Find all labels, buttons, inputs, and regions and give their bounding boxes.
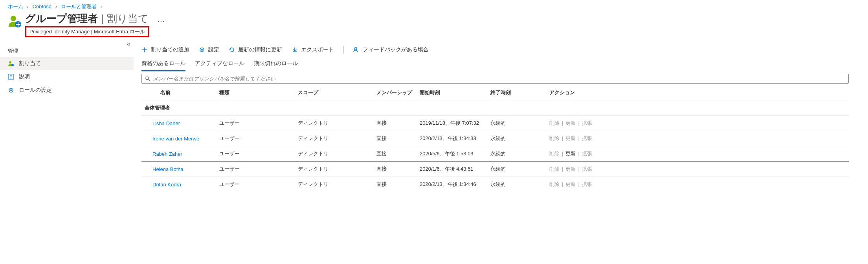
- col-type[interactable]: 種類: [216, 85, 295, 100]
- add-assignment-button[interactable]: 割り当ての追加: [141, 46, 189, 53]
- table-row[interactable]: Dritan Kodraユーザーディレクトリ直接2020/2/13、午後 1:3…: [141, 177, 849, 192]
- delete-action[interactable]: 削除: [549, 166, 560, 172]
- row-start: 2020/5/6、午後 1:53:03: [417, 146, 487, 162]
- tab-expired-roles[interactable]: 期限切れのロール: [254, 58, 298, 71]
- svg-line-14: [148, 79, 150, 80]
- update-action[interactable]: 更新: [565, 151, 576, 157]
- more-icon[interactable]: …: [157, 15, 165, 24]
- row-name-link[interactable]: Lisha Daher: [152, 120, 180, 126]
- row-scope: ディレクトリ: [295, 146, 373, 162]
- update-action[interactable]: 更新: [565, 181, 576, 187]
- search-input[interactable]: [153, 76, 845, 82]
- row-membership: 直接: [373, 162, 417, 177]
- group-row: 全体管理者: [141, 100, 849, 116]
- table-row[interactable]: Rabeh Zaherユーザーディレクトリ直接2020/5/6、午後 1:53:…: [141, 146, 849, 162]
- plus-icon: [141, 47, 148, 53]
- toolbar-label: フィードバックがある場合: [363, 46, 429, 53]
- table-row[interactable]: Irene van der Merweユーザーディレクトリ直接2020/2/13…: [141, 131, 849, 146]
- subtitle-highlight: Privileged Identity Manage | Microsoft E…: [25, 26, 149, 37]
- update-action[interactable]: 更新: [565, 166, 576, 172]
- collapse-sidebar-icon[interactable]: «: [127, 40, 130, 47]
- refresh-button[interactable]: 最新の情報に更新: [229, 46, 282, 53]
- svg-point-3: [11, 64, 14, 66]
- row-type: ユーザー: [216, 131, 295, 146]
- row-name-link[interactable]: Rabeh Zaher: [152, 151, 182, 157]
- row-actions: 削除|更新|拡張: [546, 131, 849, 146]
- col-start[interactable]: 開始時刻: [417, 85, 487, 100]
- row-type: ユーザー: [216, 177, 295, 192]
- row-start: 2020/2/13、午後 1:34:33: [417, 131, 487, 146]
- table-row[interactable]: Lisha Daherユーザーディレクトリ直接2019/11/18、午後 7:0…: [141, 116, 849, 131]
- row-actions: 削除|更新|拡張: [546, 162, 849, 177]
- main-content: 割り当ての追加 設定 最新の情報に更新 エクスポート フィードバックがある場合: [134, 40, 868, 192]
- sidebar-item-assignments[interactable]: 割り当て: [0, 57, 134, 70]
- toolbar-label: 割り当ての追加: [151, 46, 189, 53]
- row-actions: 削除|更新|拡張: [546, 177, 849, 192]
- delete-action[interactable]: 削除: [549, 181, 560, 187]
- row-type: ユーザー: [216, 116, 295, 131]
- row-scope: ディレクトリ: [295, 131, 373, 146]
- col-membership[interactable]: メンバーシップ: [373, 85, 417, 100]
- group-admin-icon: [8, 14, 22, 28]
- sidebar-section-label: 管理: [0, 45, 134, 57]
- search-icon: [145, 76, 150, 82]
- delete-action[interactable]: 削除: [549, 120, 560, 126]
- toolbar-label: 設定: [208, 46, 219, 53]
- row-type: ユーザー: [216, 146, 295, 162]
- breadcrumb-home[interactable]: ホーム: [8, 4, 23, 9]
- extend-action[interactable]: 拡張: [582, 166, 592, 172]
- table-row[interactable]: Helena Bothaユーザーディレクトリ直接2020/1/6、午後 4:43…: [141, 162, 849, 177]
- person-feedback-icon: [353, 47, 360, 53]
- chevron-right-icon: ›: [100, 4, 102, 9]
- extend-action[interactable]: 拡張: [582, 120, 592, 126]
- row-membership: 直接: [373, 116, 417, 131]
- tab-eligible-roles[interactable]: 資格のあるロール: [141, 58, 185, 71]
- gear-icon: [199, 47, 205, 53]
- row-end: 永続的: [487, 177, 546, 192]
- sidebar-item-label: 説明: [19, 73, 30, 80]
- update-action[interactable]: 更新: [565, 135, 576, 141]
- sidebar-item-role-settings[interactable]: ロールの設定: [0, 84, 134, 97]
- delete-action[interactable]: 削除: [549, 135, 560, 141]
- row-actions: 削除|更新|拡張: [546, 116, 849, 131]
- col-end[interactable]: 終了時刻: [487, 85, 546, 100]
- page-title-sep: |: [101, 13, 104, 25]
- export-button[interactable]: エクスポート: [292, 46, 334, 53]
- settings-button[interactable]: 設定: [199, 46, 219, 53]
- row-name-link[interactable]: Helena Botha: [152, 166, 184, 172]
- sidebar: « 管理 割り当て 説明 ロールの設定: [0, 40, 134, 192]
- svg-point-2: [9, 61, 11, 64]
- svg-point-13: [146, 76, 149, 79]
- col-scope[interactable]: スコープ: [295, 85, 373, 100]
- row-membership: 直接: [373, 131, 417, 146]
- col-name[interactable]: 名前: [141, 85, 216, 100]
- feedback-button[interactable]: フィードバックがある場合: [353, 46, 429, 53]
- row-start: 2020/1/6、午後 4:43:51: [417, 162, 487, 177]
- update-action[interactable]: 更新: [565, 120, 576, 126]
- row-name-link[interactable]: Irene van der Merwe: [152, 136, 199, 142]
- row-scope: ディレクトリ: [295, 162, 373, 177]
- row-scope: ディレクトリ: [295, 177, 373, 192]
- search-box[interactable]: [141, 74, 849, 84]
- extend-action[interactable]: 拡張: [582, 135, 592, 141]
- tab-active-roles[interactable]: アクティブなロール: [195, 58, 244, 71]
- row-end: 永続的: [487, 146, 546, 162]
- toolbar-label: エクスポート: [301, 46, 334, 53]
- toolbar-separator: [343, 46, 344, 54]
- assignments-table: 名前 種類 スコープ メンバーシップ 開始時刻 終了時刻 アクション 全体管理者…: [141, 85, 849, 192]
- breadcrumb-roles[interactable]: ロールと管理者: [61, 4, 97, 9]
- sidebar-item-description[interactable]: 説明: [0, 70, 134, 84]
- row-membership: 直接: [373, 177, 417, 192]
- sidebar-item-label: ロールの設定: [19, 87, 52, 94]
- gear-icon: [8, 87, 14, 93]
- breadcrumb: ホーム › Contoso › ロールと管理者 ›: [0, 0, 868, 12]
- breadcrumb-contoso[interactable]: Contoso: [33, 4, 51, 9]
- delete-action[interactable]: 削除: [549, 151, 560, 157]
- sidebar-item-label: 割り当て: [19, 60, 41, 67]
- user-icon: [8, 60, 14, 67]
- extend-action[interactable]: 拡張: [582, 181, 592, 187]
- col-action[interactable]: アクション: [546, 85, 849, 100]
- extend-action[interactable]: 拡張: [582, 151, 592, 157]
- row-name-link[interactable]: Dritan Kodra: [152, 182, 181, 188]
- row-end: 永続的: [487, 116, 546, 131]
